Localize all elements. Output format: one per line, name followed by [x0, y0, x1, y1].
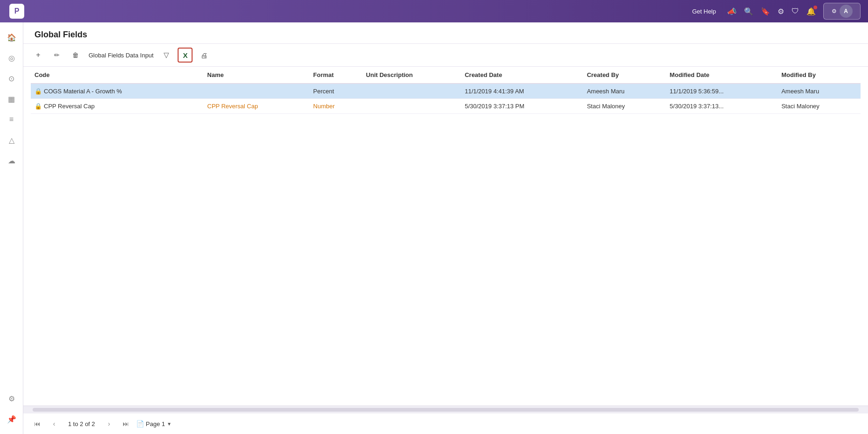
cell-unit-description — [362, 99, 461, 114]
main-layout: 🏠 ◎ ⊙ ▦ ≡ △ ☁ ⚙ 📌 Global Fields + ✏ 🗑 Gl… — [0, 22, 868, 434]
sidebar-pin-button[interactable]: 📌 — [2, 410, 21, 428]
excel-export-button[interactable]: X — [178, 48, 193, 63]
col-header-created-by: Created By — [583, 67, 666, 84]
cell-format: Number — [310, 99, 362, 114]
sidebar-item-dashboard[interactable]: ◎ — [2, 49, 21, 67]
page-doc-icon: 📄 — [136, 420, 144, 427]
scrollbar-row — [23, 406, 868, 413]
lock-icon: 🔒 — [34, 103, 42, 110]
sidebar-item-list[interactable]: ≡ — [2, 110, 21, 129]
sidebar-item-reports[interactable]: △ — [2, 131, 21, 149]
col-header-modified-date: Modified Date — [666, 67, 778, 84]
avatar-circle: A — [840, 5, 853, 18]
cell-code: 🔒CPP Reversal Cap — [31, 99, 204, 114]
cog-icon[interactable]: ⚙ — [778, 7, 784, 16]
filter-button[interactable]: ▽ — [159, 48, 174, 63]
shield-icon[interactable]: 🛡 — [792, 7, 799, 15]
cell-code: 🔒COGS Material A - Growth % — [31, 84, 204, 99]
prev-page-button[interactable]: ‹ — [48, 417, 61, 430]
table-header-row: Code Name Format Unit Description Create… — [31, 67, 861, 84]
add-button[interactable]: + — [31, 48, 46, 63]
cell-format: Percent — [310, 84, 362, 99]
format-value: Percent — [313, 88, 334, 95]
get-help-label[interactable]: Get Help — [692, 8, 716, 15]
cell-modified-date: 11/1/2019 5:36:59... — [666, 84, 778, 99]
megaphone-icon[interactable]: 📣 — [727, 7, 737, 16]
lock-icon: 🔒 — [34, 88, 42, 95]
cell-modified-by: Ameesh Maru — [778, 84, 861, 99]
format-value: Number — [313, 103, 335, 110]
cell-name — [204, 84, 310, 99]
bell-icon[interactable]: 🔔 — [806, 7, 816, 16]
col-header-name: Name — [204, 67, 310, 84]
col-header-code: Code — [31, 67, 204, 84]
topnav: P Get Help 📣 🔍 🔖 ⚙ 🛡 🔔 ⚙ A — [0, 0, 868, 22]
sidebar-item-cloud[interactable]: ☁ — [2, 151, 21, 170]
col-header-created-date: Created Date — [461, 67, 583, 84]
cell-modified-by: Staci Maloney — [778, 99, 861, 114]
cell-created-by: Staci Maloney — [583, 99, 666, 114]
toolbar: + ✏ 🗑 Global Fields Data Input ▽ X 🖨 — [23, 44, 868, 67]
page-dropdown-icon: ▼ — [167, 421, 172, 427]
sidebar-item-settings[interactable]: ⚙ — [2, 389, 21, 408]
col-header-unit-description: Unit Description — [362, 67, 461, 84]
cell-unit-description — [362, 84, 461, 99]
delete-button[interactable]: 🗑 — [68, 48, 83, 63]
sidebar-item-home[interactable]: 🏠 — [2, 28, 21, 47]
cell-created-by: Ameesh Maru — [583, 84, 666, 99]
col-header-format: Format — [310, 67, 362, 84]
cell-created-date: 5/30/2019 3:37:13 PM — [461, 99, 583, 114]
code-value: COGS Material A - Growth % — [44, 88, 122, 95]
page-label: Page 1 — [146, 420, 165, 427]
app-logo[interactable]: P — [9, 4, 24, 19]
avatar-initials: A — [844, 8, 848, 14]
pagination-row: ⏮ ‹ 1 to 2 of 2 › ⏭ 📄 Page 1 ▼ — [23, 413, 868, 434]
scrollbar-track[interactable] — [33, 408, 859, 412]
page-header: Global Fields — [23, 22, 868, 44]
page-title: Global Fields — [34, 30, 87, 39]
topnav-logo-area: P — [9, 4, 24, 19]
content-area: Global Fields + ✏ 🗑 Global Fields Data I… — [23, 22, 868, 434]
edit-button[interactable]: ✏ — [49, 48, 64, 63]
col-header-modified-by: Modified By — [778, 67, 861, 84]
table-row[interactable]: 🔒COGS Material A - Growth %Percent11/1/2… — [31, 84, 861, 99]
next-page-button[interactable]: › — [103, 417, 116, 430]
avatar-icon: ⚙ — [832, 8, 837, 14]
table-row[interactable]: 🔒CPP Reversal CapCPP Reversal CapNumber5… — [31, 99, 861, 114]
cell-name: CPP Reversal Cap — [204, 99, 310, 114]
global-fields-table: Code Name Format Unit Description Create… — [31, 67, 861, 114]
first-page-button[interactable]: ⏮ — [31, 417, 44, 430]
bookmark-icon[interactable]: 🔖 — [761, 7, 770, 16]
sidebar-item-analytics[interactable]: ⊙ — [2, 69, 21, 88]
search-icon[interactable]: 🔍 — [744, 7, 753, 16]
name-link[interactable]: CPP Reversal Cap — [207, 103, 258, 110]
sidebar-item-grid[interactable]: ▦ — [2, 90, 21, 108]
data-input-label: Global Fields Data Input — [87, 52, 155, 59]
page-selector[interactable]: 📄 Page 1 ▼ — [136, 420, 172, 427]
last-page-button[interactable]: ⏭ — [119, 417, 132, 430]
print-button[interactable]: 🖨 — [196, 48, 211, 63]
footer: ⏮ ‹ 1 to 2 of 2 › ⏭ 📄 Page 1 ▼ — [23, 406, 868, 434]
table-container: Code Name Format Unit Description Create… — [23, 67, 868, 406]
pagination-info: 1 to 2 of 2 — [68, 420, 95, 427]
user-avatar-box[interactable]: ⚙ A — [823, 3, 861, 20]
sidebar: 🏠 ◎ ⊙ ▦ ≡ △ ☁ ⚙ 📌 — [0, 22, 23, 434]
cell-created-date: 11/1/2019 4:41:39 AM — [461, 84, 583, 99]
code-value: CPP Reversal Cap — [44, 103, 95, 110]
cell-modified-date: 5/30/2019 3:37:13... — [666, 99, 778, 114]
